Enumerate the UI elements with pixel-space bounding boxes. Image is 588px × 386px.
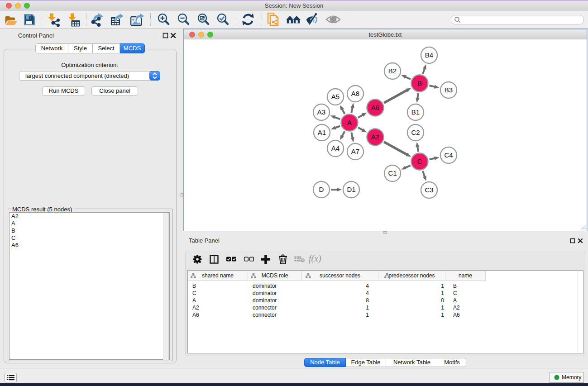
svg-text:B4: B4	[425, 51, 433, 59]
svg-text:A6: A6	[371, 104, 379, 111]
svg-text:C1: C1	[388, 169, 397, 177]
svg-text:A1: A1	[318, 129, 326, 136]
svg-text:A4: A4	[331, 144, 339, 152]
svg-text:C4: C4	[444, 151, 453, 159]
svg-text:A5: A5	[331, 93, 339, 100]
svg-text:A8: A8	[351, 90, 359, 97]
svg-text:C: C	[417, 157, 422, 165]
svg-text:B1: B1	[411, 108, 420, 116]
svg-text:B2: B2	[388, 67, 397, 75]
svg-text:D: D	[319, 186, 324, 193]
svg-text:C2: C2	[411, 129, 420, 136]
svg-text:A3: A3	[317, 108, 325, 116]
svg-text:B: B	[417, 79, 422, 87]
svg-text:A: A	[347, 119, 352, 126]
svg-text:D1: D1	[347, 186, 355, 193]
svg-text:C3: C3	[425, 186, 433, 194]
svg-text:B3: B3	[445, 86, 453, 94]
svg-text:A2: A2	[371, 133, 379, 141]
svg-text:A7: A7	[351, 148, 359, 155]
